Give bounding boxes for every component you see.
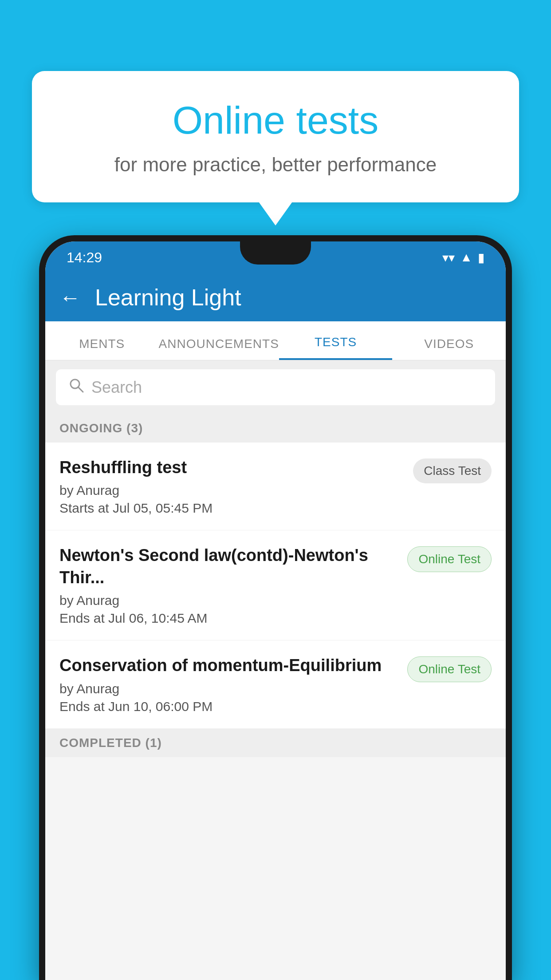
search-input[interactable]: Search [91, 378, 142, 397]
tab-ments[interactable]: MENTS [45, 337, 159, 360]
test-badge-2: Online Test [407, 546, 492, 572]
test-title-2: Newton's Second law(contd)-Newton's Thir… [59, 545, 398, 589]
ongoing-header: ONGOING (3) [45, 414, 506, 443]
tab-videos[interactable]: VIDEOS [392, 337, 506, 360]
test-item-1[interactable]: Reshuffling test by Anurag Starts at Jul… [45, 443, 506, 530]
test-author-1: by Anurag [59, 483, 404, 498]
tab-bar: MENTS ANNOUNCEMENTS TESTS VIDEOS [45, 321, 506, 360]
test-date-1: Starts at Jul 05, 05:45 PM [59, 501, 404, 516]
phone-notch [240, 241, 311, 265]
test-author-3: by Anurag [59, 681, 398, 696]
test-item-2[interactable]: Newton's Second law(contd)-Newton's Thir… [45, 530, 506, 640]
signal-icon: ▲ [460, 250, 472, 265]
bubble-title: Online tests [67, 98, 484, 143]
completed-header: COMPLETED (1) [45, 729, 506, 757]
tab-announcements[interactable]: ANNOUNCEMENTS [159, 337, 279, 360]
test-content-2: Newton's Second law(contd)-Newton's Thir… [59, 545, 398, 626]
status-bar: 14:29 ▾▾ ▲ ▮ [45, 241, 506, 273]
search-icon [68, 377, 84, 397]
test-content-3: Conservation of momentum-Equilibrium by … [59, 655, 398, 714]
test-badge-1: Class Test [413, 458, 492, 483]
test-list: Reshuffling test by Anurag Starts at Jul… [45, 443, 506, 729]
test-date-3: Ends at Jun 10, 06:00 PM [59, 699, 398, 714]
back-button[interactable]: ← [59, 285, 81, 310]
promo-bubble: Online tests for more practice, better p… [32, 71, 519, 202]
test-badge-3: Online Test [407, 656, 492, 682]
status-icons: ▾▾ ▲ ▮ [442, 250, 484, 265]
phone-screen: Search ONGOING (3) Reshuffling test by A… [45, 360, 506, 980]
test-item-3[interactable]: Conservation of momentum-Equilibrium by … [45, 640, 506, 728]
bubble-subtitle: for more practice, better performance [67, 154, 484, 176]
phone-frame: 14:29 ▾▾ ▲ ▮ ← Learning Light MENTS ANNO… [39, 235, 512, 980]
search-container: Search [45, 360, 506, 414]
svg-line-1 [78, 387, 83, 392]
battery-icon: ▮ [478, 250, 484, 265]
test-author-2: by Anurag [59, 593, 398, 608]
test-title-1: Reshuffling test [59, 457, 404, 478]
test-title-3: Conservation of momentum-Equilibrium [59, 655, 398, 676]
wifi-icon: ▾▾ [442, 250, 455, 265]
search-bar[interactable]: Search [56, 369, 495, 405]
test-content-1: Reshuffling test by Anurag Starts at Jul… [59, 457, 404, 516]
app-bar: ← Learning Light [45, 273, 506, 321]
tab-tests[interactable]: TESTS [279, 335, 393, 360]
phone-inner: 14:29 ▾▾ ▲ ▮ ← Learning Light MENTS ANNO… [45, 241, 506, 980]
test-date-2: Ends at Jul 06, 10:45 AM [59, 611, 398, 626]
app-title: Learning Light [95, 284, 241, 311]
status-time: 14:29 [67, 249, 102, 266]
